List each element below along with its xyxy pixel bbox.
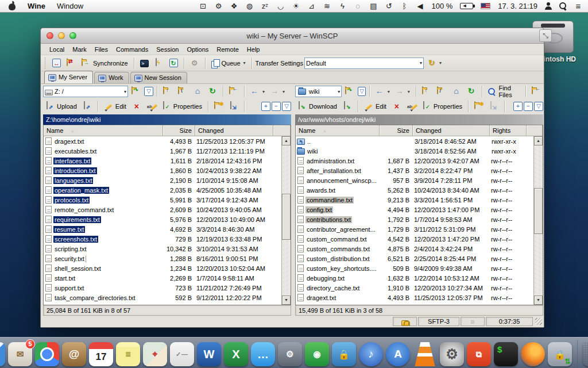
synchronize-browsing-button[interactable]: ⇄	[64, 57, 78, 69]
scroll-up-arrow[interactable]: ▲	[534, 136, 543, 145]
file-row[interactable]: dragext.txt4,493 B11/25/2013 12:05:37 PM…	[296, 293, 533, 302]
remote-new-folder-button[interactable]: ✱	[472, 101, 486, 112]
file-row[interactable]: after_installation.txt1,437 B3/2/2014 8:…	[296, 166, 533, 175]
dock-item-mail[interactable]: ✉5	[8, 342, 32, 366]
sleep-icon[interactable]: zᶻ	[261, 0, 269, 13]
transfer-options-button[interactable]: ↻▾	[425, 57, 444, 69]
remote-sync-browsing-button[interactable]: ⌐	[529, 86, 543, 97]
local-drive-combobox[interactable]: Z: /▾	[43, 86, 128, 97]
notification-bell-icon[interactable]: ◍	[245, 0, 253, 13]
menu-help[interactable]: Help	[243, 45, 264, 54]
file-row[interactable]: custom_commands.txt4,875 B2/4/2014 3:42:…	[296, 244, 533, 254]
file-row[interactable]: awards.txt5,262 B10/24/2013 8:34:40 AMrw…	[296, 185, 533, 195]
title-bar[interactable]: wiki – My Server – WinSCP ⤡	[41, 28, 544, 44]
dock-item-reminders[interactable]: ✓—	[170, 342, 194, 366]
dock-item-terminal[interactable]: $	[494, 342, 518, 366]
dock-item-itunes[interactable]: ♪	[359, 342, 383, 366]
file-row[interactable]: operation_mask.txt2,035 B4/25/2005 10:35…	[44, 185, 281, 195]
file-row[interactable]: security.txt1,288 B8/16/2011 9:00:51 PM	[44, 254, 281, 263]
menu-remote[interactable]: Remote	[212, 45, 243, 54]
file-row[interactable]: debugging.txt1,632 B1/22/2014 10:53:12 A…	[296, 273, 533, 283]
preferences-button[interactable]: ⚙	[188, 57, 202, 69]
dock-item-excel[interactable]: X	[224, 342, 248, 366]
zoom-window-button[interactable]	[69, 32, 76, 39]
menu-commands[interactable]: Commands	[112, 45, 152, 54]
remote-refresh-button[interactable]: ↻	[465, 86, 478, 97]
keyboard-battery-icon[interactable]: ▤	[369, 0, 377, 13]
scrollbar-thumb[interactable]	[534, 188, 543, 234]
file-row[interactable]: executables.txt1,967 B11/27/2013 12:11:1…	[44, 146, 281, 156]
local-select-button[interactable]: +	[261, 102, 270, 111]
remote-rename-button[interactable]: ab	[405, 101, 419, 112]
local-forward-button[interactable]: →▾	[268, 86, 287, 97]
spotlight-search-icon[interactable]	[559, 2, 567, 10]
file-row[interactable]: requirements.txt5,976 B12/20/2013 10:49:…	[44, 214, 281, 224]
dock-item-word[interactable]: W	[197, 342, 221, 366]
file-row[interactable]: administration.txt1,687 B12/20/2013 9:42…	[296, 156, 533, 166]
dock-item-finder[interactable]: ☺	[0, 342, 5, 366]
local-selection-filter-button[interactable]: ▽	[282, 102, 291, 111]
battery-icon[interactable]	[460, 3, 473, 9]
dock-item-trash[interactable]	[583, 342, 588, 366]
menu-mark[interactable]: Mark	[68, 45, 90, 54]
file-row[interactable]: contributions.txt1,792 B1/7/2014 9:58:53…	[296, 214, 533, 224]
menu-wine[interactable]: Wine	[28, 2, 45, 10]
spaces-icon[interactable]: ⊡	[199, 0, 207, 13]
local-new-folder-button[interactable]: ✱	[212, 101, 226, 112]
scroll-up-arrow[interactable]: ▲	[282, 136, 291, 145]
dock-item-vlc[interactable]	[413, 342, 437, 366]
column-header-size[interactable]: Size	[380, 125, 413, 136]
local-path-bar[interactable]: Z:\home\ondrej\wiki	[43, 114, 291, 125]
remote-selection-filter-button[interactable]: ▽	[534, 102, 543, 111]
dock-item-contacts[interactable]: @	[62, 342, 86, 366]
statusbar-resize-grip[interactable]	[535, 318, 542, 325]
remote-new-file-button[interactable]: ⇲	[487, 101, 501, 112]
wifi-icon[interactable]: ≋	[323, 0, 331, 13]
local-back-button[interactable]: ←▾	[248, 86, 267, 97]
local-properties-button[interactable]: ✓Properties	[160, 101, 204, 112]
dock-item-sysprefs[interactable]: ⚙	[440, 342, 464, 366]
remote-forward-button[interactable]: →▾	[393, 86, 412, 97]
menu-window[interactable]: Window	[57, 2, 83, 10]
apple-menu-icon[interactable]	[8, 2, 16, 10]
dropbox-icon[interactable]: ❖	[230, 0, 238, 13]
remote-path-bar[interactable]: /var/www/vhosts/ondrej/wiki	[295, 114, 543, 125]
bluetooth-icon[interactable]: ᛒ	[400, 0, 408, 13]
refresh-session-button[interactable]: ↻	[167, 57, 180, 68]
brightness-icon[interactable]: ☀	[292, 0, 300, 13]
remote-back-button[interactable]: ←▾	[373, 86, 392, 97]
run-command-button[interactable]: ϟ	[152, 57, 166, 69]
scroll-down-arrow[interactable]: ▼	[534, 296, 543, 305]
close-window-button[interactable]	[47, 32, 53, 39]
file-row[interactable]: remote_command.txt2,609 B10/24/2013 9:40…	[44, 205, 281, 214]
menu-local[interactable]: Local	[45, 45, 68, 54]
local-new-file-button[interactable]: ⇲	[227, 101, 241, 112]
file-row[interactable]: dragext.txt4,493 B11/25/2013 12:05:37 PM	[44, 136, 281, 146]
local-unselect-button[interactable]: −	[272, 102, 281, 111]
window-resize-grip-icon[interactable]: ⤡	[539, 29, 552, 42]
tab-my-server[interactable]: My Server	[44, 71, 93, 83]
synchronize-button[interactable]: → Synchronize	[79, 57, 130, 69]
remote-home-directory-button[interactable]: ⌂	[450, 86, 463, 97]
dock-item-notes[interactable]: ≣	[116, 342, 140, 366]
tab-work[interactable]: Work	[94, 72, 129, 83]
dock-item-calendar[interactable]: 17	[89, 342, 113, 366]
dock-item-automator[interactable]: ⚙	[278, 342, 302, 366]
download-background-button[interactable]: ⇘	[341, 101, 354, 112]
swap-panels-button[interactable]: ↔	[50, 57, 63, 68]
input-language-flag-icon[interactable]	[481, 3, 490, 9]
menu-options[interactable]: Options	[183, 45, 212, 54]
file-row[interactable]: resume.txt4,692 B3/3/2014 8:46:30 AM	[44, 224, 281, 234]
file-row[interactable]: scripting.txt10,342 B3/10/2014 9:31:53 A…	[44, 244, 281, 254]
file-row[interactable]: wiki3/18/2014 8:52:56 AMrwxr-xr-x	[296, 146, 533, 156]
file-row[interactable]: custom_command.txt4,542 B12/20/2013 1:47…	[296, 234, 533, 244]
local-root-directory-button[interactable]: \	[176, 86, 189, 97]
column-header-size[interactable]: Size	[163, 125, 195, 136]
file-row[interactable]: protocols.txt5,991 B3/17/2014 9:12:43 AM	[44, 195, 281, 205]
dock-item-firefox[interactable]	[521, 342, 545, 366]
remote-scrollbar[interactable]: ▲ ▼	[533, 136, 543, 305]
file-row[interactable]: start.txt2,269 B1/7/2014 9:58:11 AM	[44, 273, 281, 283]
remote-properties-button[interactable]: ✓Properties	[420, 101, 465, 112]
local-rename-button[interactable]: ab	[145, 101, 158, 112]
remote-root-directory-button[interactable]: /	[435, 86, 448, 97]
